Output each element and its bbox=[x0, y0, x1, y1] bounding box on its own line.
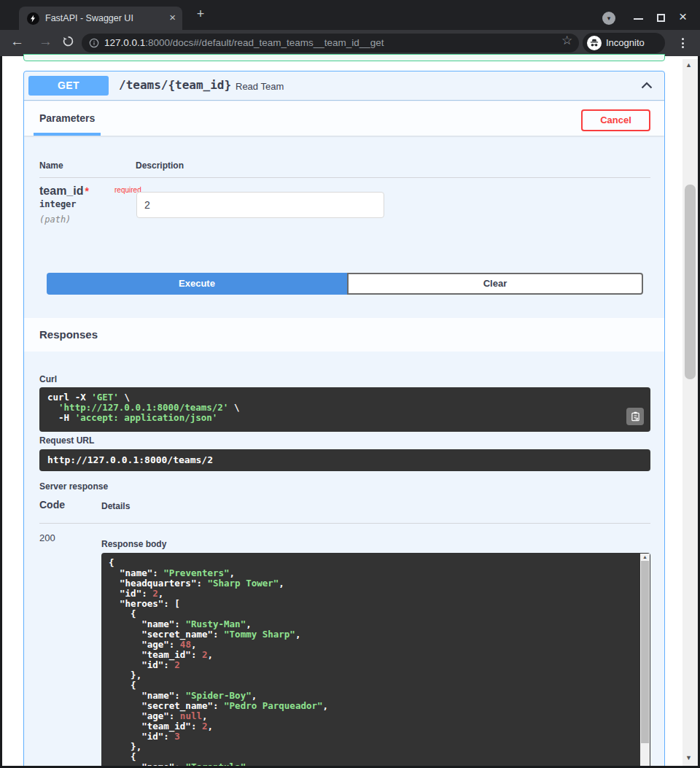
tab-search-icon[interactable]: ▾ bbox=[602, 12, 615, 25]
param-type: integer bbox=[39, 199, 77, 209]
cancel-button[interactable]: Cancel bbox=[581, 109, 650, 131]
tab-parameters[interactable]: Parameters bbox=[39, 101, 95, 136]
incognito-badge: Incognito bbox=[583, 33, 665, 53]
browser-tab[interactable]: FastAPI - Swagger UI × bbox=[19, 7, 182, 30]
status-code: 200 bbox=[39, 532, 55, 543]
response-body-block: { "name": "Preventers", "headquarters": … bbox=[101, 553, 650, 768]
responses-section-header: Responses bbox=[24, 318, 664, 352]
fastapi-favicon-icon bbox=[27, 12, 39, 25]
curl-command-text: curl -X 'GET' \ 'http://127.0.0.1:8000/t… bbox=[47, 392, 643, 423]
response-body-scrollbar[interactable]: ▲ bbox=[640, 554, 650, 768]
tab-strip: FastAPI - Swagger UI × + ▾ × bbox=[0, 0, 700, 30]
copy-to-clipboard-icon[interactable] bbox=[626, 408, 644, 425]
clear-button[interactable]: Clear bbox=[347, 273, 643, 295]
column-header-description: Description bbox=[136, 160, 184, 171]
parameters-section-header: Parameters Cancel bbox=[24, 101, 664, 136]
param-location: (path) bbox=[39, 214, 71, 225]
http-method-badge: GET bbox=[28, 76, 109, 96]
minimize-icon[interactable] bbox=[634, 18, 643, 20]
team-id-input[interactable] bbox=[136, 192, 384, 218]
params-divider bbox=[39, 177, 650, 178]
request-url-value: http://127.0.0.1:8000/teams/2 bbox=[39, 449, 650, 471]
response-body-json: { "name": "Preventers", "headquarters": … bbox=[109, 558, 631, 768]
get-endpoint-block: GET /teams/{team_id} Read Team Parameter… bbox=[23, 71, 665, 768]
endpoint-summary-row[interactable]: GET /teams/{team_id} Read Team bbox=[24, 71, 664, 101]
tab-title: FastAPI - Swagger UI bbox=[45, 7, 133, 30]
code-column-header: Code bbox=[39, 499, 65, 511]
chevron-up-icon[interactable] bbox=[641, 82, 653, 89]
url-path: :8000/docs#/default/read_team_teams__tea… bbox=[145, 37, 384, 48]
required-asterisk: * bbox=[85, 185, 88, 197]
address-bar[interactable]: 127.0.0.1:8000/docs#/default/read_team_t… bbox=[82, 34, 579, 53]
bookmark-star-icon[interactable]: ☆ bbox=[561, 33, 572, 48]
response-divider bbox=[39, 523, 650, 524]
execute-button[interactable]: Execute bbox=[47, 273, 347, 295]
window-close-icon[interactable]: × bbox=[679, 9, 687, 25]
tab-close-icon[interactable]: × bbox=[169, 7, 176, 30]
new-tab-icon[interactable]: + bbox=[190, 4, 211, 24]
site-info-icon[interactable] bbox=[89, 38, 99, 48]
url-host: 127.0.0.1 bbox=[104, 37, 145, 48]
column-header-name: Name bbox=[39, 160, 63, 171]
collapsed-endpoint-edge[interactable] bbox=[23, 54, 665, 61]
details-column-header: Details bbox=[101, 501, 130, 511]
request-url-label: Request URL bbox=[39, 435, 94, 446]
scroll-down-icon[interactable]: ▼ bbox=[685, 754, 692, 761]
browser-menu-icon[interactable] bbox=[677, 35, 688, 51]
url-text: 127.0.0.1:8000/docs#/default/read_team_t… bbox=[104, 34, 384, 53]
maximize-icon[interactable] bbox=[657, 14, 665, 22]
responses-title: Responses bbox=[39, 318, 98, 352]
incognito-label: Incognito bbox=[606, 33, 645, 53]
browser-toolbar: ← → 127.0.0.1:8000/docs#/default/read_te… bbox=[0, 30, 700, 56]
incognito-icon bbox=[587, 36, 602, 50]
scroll-up-icon[interactable]: ▲ bbox=[642, 554, 648, 559]
tab-active-underline bbox=[34, 133, 101, 136]
window-frame-left bbox=[0, 56, 2, 768]
back-icon[interactable]: ← bbox=[10, 34, 24, 50]
scroll-up-icon[interactable]: ▲ bbox=[685, 61, 692, 69]
endpoint-path: /teams/{team_id} bbox=[119, 78, 231, 92]
response-body-label: Response body bbox=[101, 539, 166, 549]
reload-icon[interactable] bbox=[62, 35, 74, 47]
page-scrollbar[interactable]: ▲ ▼ bbox=[682, 59, 698, 766]
endpoint-summary: Read Team bbox=[236, 81, 284, 92]
curl-command-block: curl -X 'GET' \ 'http://127.0.0.1:8000/t… bbox=[39, 387, 650, 432]
param-name: team_id* bbox=[39, 185, 89, 198]
browser-window: FastAPI - Swagger UI × + ▾ × ← → 127.0.0… bbox=[0, 0, 700, 768]
forward-icon[interactable]: → bbox=[39, 34, 52, 50]
scrollbar-thumb[interactable] bbox=[641, 561, 649, 743]
server-response-label: Server response bbox=[39, 481, 108, 492]
page-scrollbar-thumb[interactable] bbox=[685, 185, 696, 379]
curl-label: Curl bbox=[39, 374, 57, 384]
